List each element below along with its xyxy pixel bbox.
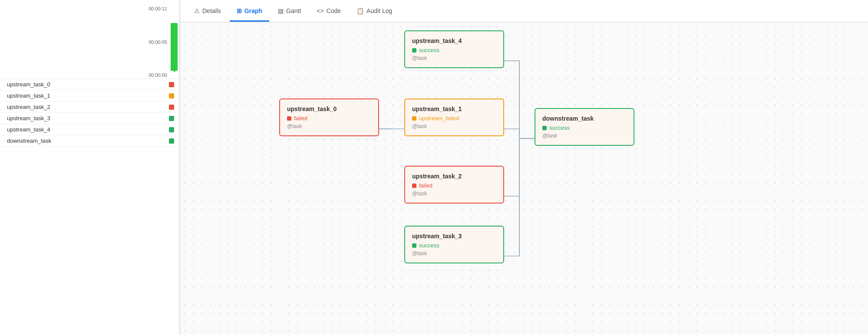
tab-code[interactable]: <> Code xyxy=(310,1,348,22)
task-status-dot xyxy=(169,138,174,144)
task-status-dot xyxy=(169,105,174,110)
node-title: upstream_task_0 xyxy=(287,105,371,112)
task-name: upstream_task_3 xyxy=(7,115,50,122)
node-type: @task xyxy=(412,190,496,197)
tab-graph[interactable]: ⊞ Graph xyxy=(230,1,269,22)
graph-node-upstream_task_3[interactable]: upstream_task_3 success @task xyxy=(404,226,504,263)
graph-node-upstream_task_2[interactable]: upstream_task_2 failed @task xyxy=(404,166,504,204)
node-title: upstream_task_1 xyxy=(412,105,496,112)
node-status-dot xyxy=(412,116,416,121)
tab-label-gantt: Gantt xyxy=(286,7,301,14)
node-status-label: failed xyxy=(294,115,307,122)
node-status-label: success xyxy=(419,242,439,249)
node-status-dot xyxy=(412,184,416,188)
task-name: upstream_task_4 xyxy=(7,126,50,133)
sidebar-task-row-downstream_task[interactable]: downstream_task xyxy=(0,135,179,147)
tab-icon-gantt: ▤ xyxy=(278,7,284,14)
tabs-bar: ⚠ Details⊞ Graph▤ Gantt<> Code📋 Audit Lo… xyxy=(180,0,868,23)
node-status: success xyxy=(412,242,496,249)
tab-gantt[interactable]: ▤ Gantt xyxy=(271,1,308,22)
node-status: success xyxy=(542,125,627,131)
tab-label-details: Details xyxy=(202,7,221,14)
duration-header xyxy=(0,0,179,5)
node-status: failed xyxy=(287,115,371,122)
task-name: upstream_task_2 xyxy=(7,104,50,110)
node-status-label: failed xyxy=(419,182,432,189)
node-status-dot xyxy=(542,126,547,130)
sidebar-task-row-upstream_task_3[interactable]: upstream_task_3 xyxy=(0,113,179,124)
node-type: @task xyxy=(412,123,496,129)
node-status: failed xyxy=(412,182,496,189)
sidebar-task-row-upstream_task_0[interactable]: upstream_task_0 xyxy=(0,79,179,90)
node-type: @task xyxy=(287,123,371,129)
graph-node-upstream_task_0[interactable]: upstream_task_0 failed @task xyxy=(279,99,379,136)
tab-details[interactable]: ⚠ Details xyxy=(187,1,228,22)
duration-label-bottom: 00:00:00 xyxy=(149,72,167,78)
tab-label-graph: Graph xyxy=(244,7,262,14)
duration-label-mid: 00:00:05 xyxy=(149,39,167,45)
sidebar-task-row-upstream_task_1[interactable]: upstream_task_1 xyxy=(0,90,179,102)
tab-label-audit_log: Audit Log xyxy=(366,7,392,14)
tab-audit_log[interactable]: 📋 Audit Log xyxy=(350,1,399,22)
node-status-dot xyxy=(412,243,416,248)
node-type: @task xyxy=(412,250,496,256)
node-title: downstream_task xyxy=(542,115,627,122)
sidebar: 00:00:11 00:00:05 00:00:00 upstream_task… xyxy=(0,0,180,335)
node-status-dot xyxy=(412,48,416,53)
task-status-dot xyxy=(169,127,174,132)
task-list: upstream_task_0 upstream_task_1 upstream… xyxy=(0,79,179,335)
tab-label-code: Code xyxy=(327,7,341,14)
graph-node-upstream_task_4[interactable]: upstream_task_4 success @task xyxy=(404,30,504,68)
sidebar-task-row-upstream_task_4[interactable]: upstream_task_4 xyxy=(0,124,179,135)
node-title: upstream_task_2 xyxy=(412,173,496,180)
graph-node-upstream_task_1[interactable]: upstream_task_1 upstream_failed @task xyxy=(404,99,504,136)
duration-label-top: 00:00:11 xyxy=(149,6,167,11)
task-status-dot xyxy=(169,82,174,87)
duration-bar xyxy=(171,23,178,71)
task-name: upstream_task_1 xyxy=(7,92,50,99)
node-title: upstream_task_4 xyxy=(412,37,496,44)
tab-icon-audit_log: 📋 xyxy=(356,7,364,14)
node-status-label: success xyxy=(549,125,570,131)
connectors-svg xyxy=(180,23,868,335)
tab-icon-details: ⚠ xyxy=(194,7,200,14)
duration-marker xyxy=(172,69,177,72)
node-title: upstream_task_3 xyxy=(412,233,496,240)
node-status: success xyxy=(412,47,496,53)
graph-canvas[interactable]: upstream_task_0 failed @task upstream_ta… xyxy=(180,23,868,335)
graph-node-downstream_task[interactable]: downstream_task success @task xyxy=(535,108,634,146)
node-status: upstream_failed xyxy=(412,115,496,122)
task-name: downstream_task xyxy=(7,138,51,144)
node-type: @task xyxy=(412,55,496,61)
sidebar-task-row-upstream_task_2[interactable]: upstream_task_2 xyxy=(0,102,179,113)
node-status-label: success xyxy=(419,47,439,53)
task-name: upstream_task_0 xyxy=(7,81,50,88)
task-status-dot xyxy=(169,93,174,99)
tab-icon-graph: ⊞ xyxy=(237,7,242,14)
node-type: @task xyxy=(542,133,627,139)
task-status-dot xyxy=(169,116,174,121)
duration-labels: 00:00:11 00:00:05 00:00:00 xyxy=(149,5,167,79)
node-status-dot xyxy=(287,116,291,121)
tab-icon-code: <> xyxy=(317,7,323,14)
main-panel: ⚠ Details⊞ Graph▤ Gantt<> Code📋 Audit Lo… xyxy=(180,0,868,335)
node-status-label: upstream_failed xyxy=(419,115,459,122)
duration-chart: 00:00:11 00:00:05 00:00:00 xyxy=(0,5,179,79)
